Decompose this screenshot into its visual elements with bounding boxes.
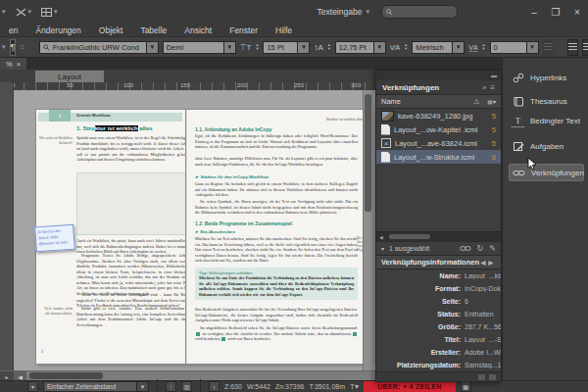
workspace-switcher[interactable]: Texteingabe ▾ bbox=[318, 7, 369, 17]
warning-icon[interactable]: ⚠ bbox=[473, 98, 479, 106]
menu-item-hilfe[interactable]: Hilfe bbox=[267, 25, 301, 35]
new-link-icon[interactable] bbox=[478, 374, 485, 380]
vertical-scrollbar[interactable] bbox=[363, 90, 373, 370]
align-center-button[interactable] bbox=[582, 39, 588, 56]
paragraph[interactable]: Das Bedienfeld Aufgaben: unterstützt Sie… bbox=[195, 307, 358, 323]
close-icon[interactable]: × bbox=[17, 60, 21, 69]
panel-button-aufgaben[interactable]: Aufgaben bbox=[509, 138, 584, 154]
document-tab[interactable]: % × bbox=[0, 58, 26, 70]
link-row-selected[interactable]: Layout_...w-Struktur.icml 6 bbox=[376, 150, 501, 164]
paragraph-with-icons[interactable]: Im abgebildeten Bedienfeld sehen Sie die… bbox=[195, 325, 358, 342]
links-panel-tab[interactable]: Verknüpfungen » ≡ bbox=[376, 80, 501, 95]
link-page-number[interactable]: 5 bbox=[492, 139, 496, 148]
panel-horizontal-scrollbar[interactable]: ◀ bbox=[376, 231, 501, 241]
paragraph[interactable]: ohne leere Rahmen, unnötige Hilfslinien … bbox=[195, 156, 358, 167]
kerning-stepper[interactable]: ▲▼ bbox=[404, 43, 408, 51]
copyfit-options-icon[interactable]: ▦ bbox=[461, 381, 471, 392]
panel-button-hyperlinks[interactable]: Hyperlinks bbox=[509, 70, 584, 85]
track-changes-icon[interactable]: ▥ bbox=[181, 381, 192, 392]
menu-item-tabelle[interactable]: Tabelle bbox=[131, 25, 175, 35]
tracking-stepper[interactable]: ▲▼ bbox=[482, 43, 486, 51]
menu-item-fenster[interactable]: Fenster bbox=[220, 25, 267, 35]
tip-box[interactable]: Tipp: Verknüpfungen aufheben Möchten Sie… bbox=[195, 268, 358, 300]
sticky-note[interactable]: In Word je den Abend, dafür effizienter … bbox=[34, 224, 75, 253]
paragraph[interactable]: Sie sehen Symbole, die Ihnen anzeigen, o… bbox=[195, 199, 358, 216]
link-info-header[interactable]: Verknüpfungsinformationen ◀▶ bbox=[376, 255, 501, 270]
notes-icon[interactable]: ⁞ bbox=[166, 381, 176, 392]
tab-layout[interactable]: Layout bbox=[35, 71, 104, 82]
view-options-menu[interactable]: ▾ bbox=[2, 8, 6, 16]
minimize-button[interactable]: – bbox=[523, 4, 545, 20]
kerning-select[interactable]: Metrisch ▼ bbox=[412, 41, 465, 54]
link-page-number[interactable]: 5 bbox=[492, 125, 496, 134]
leading-stepper[interactable]: ▲▼ bbox=[327, 43, 331, 51]
edit-original-icon[interactable]: ✎ bbox=[489, 244, 496, 253]
double-chevron-icon[interactable]: » bbox=[482, 83, 486, 92]
menu-item-objekt[interactable]: Objekt bbox=[90, 25, 132, 35]
link-row[interactable]: Layout_...ow-Kapitel .icml 5 bbox=[376, 122, 501, 136]
ruler-mark: 250 bbox=[294, 82, 304, 88]
vertical-scroll-thumb[interactable] bbox=[365, 94, 371, 212]
font-family-select[interactable]: FranklinGothic URW Cond ▼ bbox=[39, 41, 159, 54]
zoom-tool-menu[interactable]: ▾ bbox=[16, 8, 32, 17]
paragraph[interactable]: Ganz zu Beginn: Sie befinden sich gleich… bbox=[195, 181, 358, 198]
menu-item-partial[interactable]: en bbox=[0, 25, 26, 35]
link-row[interactable]: kave-638249_1280.jpg 5 bbox=[376, 109, 501, 122]
subhead-auschecken[interactable]: ► Ein-/Auschecken bbox=[195, 229, 235, 234]
leading-select[interactable]: 12,75 Pt ▼ bbox=[335, 41, 386, 54]
info-value: 287,7 K...560 Byte) bbox=[465, 323, 501, 330]
page-left[interactable]: 1 Zentrale Workflows 1. Struktur ist wir… bbox=[36, 110, 186, 364]
collapse-panel-icon[interactable]: ▬ bbox=[491, 73, 497, 78]
font-style-select[interactable]: Demi ▼ bbox=[163, 41, 236, 54]
overset-indicator[interactable]: ÜBER: + 4 ZEILEN bbox=[364, 381, 456, 392]
panel-menu-icon[interactable]: ≡ bbox=[490, 83, 495, 92]
prev-next-arrows-icon[interactable]: ◀▶ bbox=[481, 259, 496, 266]
text-segment: wird bearbeitet, bbox=[195, 336, 220, 341]
menu-item-ansicht[interactable]: Ansicht bbox=[175, 25, 220, 35]
panel-button-label: Aufgaben bbox=[530, 142, 564, 151]
layout-grid-icon bbox=[41, 8, 52, 17]
margin-note[interactable]: Wie wird ein Work­flow definiert? bbox=[39, 136, 73, 145]
restore-button[interactable]: ❐ bbox=[545, 4, 566, 20]
disclosure-triangle-icon[interactable]: ▾ bbox=[381, 245, 384, 252]
page-column-icon[interactable]: ▤▾ bbox=[487, 98, 496, 105]
search-input[interactable] bbox=[381, 5, 458, 19]
screen-mode-menu[interactable]: ▾ bbox=[41, 8, 58, 17]
relink-icon[interactable] bbox=[460, 244, 471, 253]
heading-1[interactable]: 1. Struktur ist wirklich alles bbox=[76, 125, 153, 131]
align-left-button[interactable] bbox=[567, 39, 578, 56]
stat-depth: T:3501,08m bbox=[310, 383, 346, 390]
heading-1-2[interactable]: 1.2. Beide Programme im Zusammenspiel bbox=[195, 220, 292, 226]
menu-item-aenderungen[interactable]: Änderungen bbox=[26, 25, 89, 35]
heading-1-1[interactable]: 1.1. Anbindung an Adobe InCopy bbox=[195, 126, 271, 132]
chevron-down-icon[interactable]: ▾ bbox=[27, 381, 38, 392]
close-button[interactable]: × bbox=[566, 4, 588, 20]
link-page-number[interactable]: 6 bbox=[492, 153, 496, 162]
horizontal-scroll-thumb[interactable] bbox=[29, 372, 103, 379]
link-page-number[interactable]: 5 bbox=[492, 112, 496, 121]
chevron-down-icon[interactable]: ▾ bbox=[2, 43, 6, 51]
line-spacing-select[interactable]: Einfacher Zeilenabstand ▼ bbox=[43, 381, 149, 392]
font-size-stepper[interactable]: ▲▼ bbox=[255, 43, 259, 51]
tracking-select[interactable]: 0 ▼ bbox=[490, 41, 539, 54]
paragraph[interactable]: Egal, ob die Redakteure Erfahrungen in I… bbox=[195, 133, 358, 150]
ruler-mark: 200 bbox=[237, 82, 247, 88]
character-formatting-icon[interactable]: ≡ bbox=[20, 42, 24, 52]
paragraph-formatting-button[interactable]: ¶ bbox=[10, 39, 17, 56]
name-column-label[interactable]: Name bbox=[381, 97, 401, 106]
panel-button-thesaurus[interactable]: Thesaurus bbox=[509, 93, 584, 109]
delete-link-icon[interactable] bbox=[489, 374, 496, 380]
panel-button-bedingter-text[interactable]: T Bedingter Text bbox=[509, 113, 584, 128]
margin-note[interactable]: Viele Ansätze, nicht alle können zählen. bbox=[39, 307, 73, 316]
update-link-icon[interactable]: ↻ bbox=[477, 244, 484, 253]
info-row: Titel:Layout_...-Struktur : bbox=[376, 333, 501, 346]
subhead-staerken[interactable]: ► Stärken für den InCopy-Workflow bbox=[195, 174, 269, 179]
link-file-name: Layout_...ave-63824.icml bbox=[395, 139, 477, 148]
scroll-left-arrow[interactable]: ◀ bbox=[376, 234, 386, 240]
panel-scroll-thumb[interactable] bbox=[389, 234, 430, 239]
paragraph[interactable]: Möchten Sie im Text arbeiten, müssen Sie… bbox=[195, 236, 358, 264]
page-right[interactable]: Struktur ist wirklich alles 1.1. Anbindu… bbox=[186, 110, 371, 364]
panel-button-verknuepfungen[interactable]: Verknüpfungen bbox=[509, 164, 584, 181]
link-row[interactable]: × Layout_...ave-63824.icml 5 bbox=[376, 136, 501, 150]
font-size-select[interactable]: 15 Pt ▼ bbox=[263, 41, 310, 54]
